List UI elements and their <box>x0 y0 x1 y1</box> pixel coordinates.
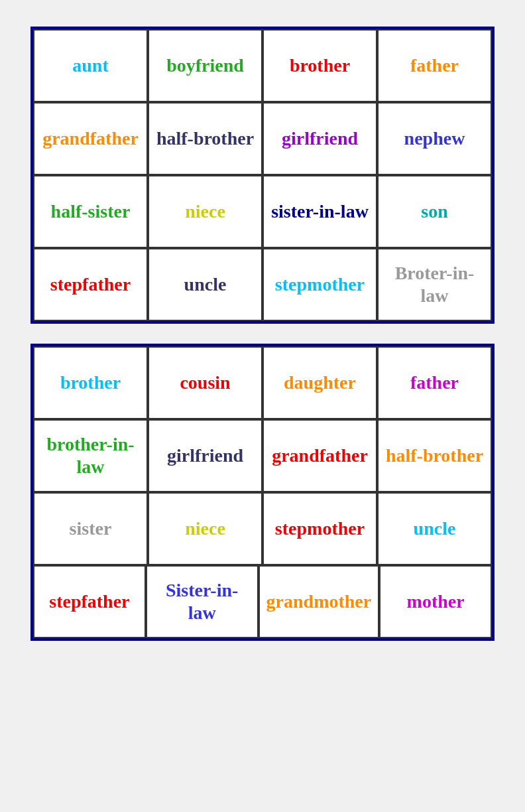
cell-0-0: brother <box>33 346 148 419</box>
cell-3-1: uncle <box>148 248 262 321</box>
row-1: grandfatherhalf-brothergirlfriendnephew <box>33 102 492 175</box>
cell-1-2: girlfriend <box>262 102 377 175</box>
bingo-card-1: auntboyfriendbrotherfathergrandfatherhal… <box>30 27 495 324</box>
cell-3-1: Sister-in-law <box>146 565 259 638</box>
cell-0-2: brother <box>262 29 377 102</box>
cell-1-1: girlfriend <box>148 419 262 492</box>
cell-3-3: mother <box>379 565 492 638</box>
cell-1-0: grandfather <box>33 102 148 175</box>
row-2: sisterniecestepmotheruncle <box>33 492 492 565</box>
cell-2-3: uncle <box>377 492 492 565</box>
cell-0-1: cousin <box>148 346 262 419</box>
row-3: stepfatherunclestepmotherBroter-in-law <box>33 248 492 321</box>
cell-0-1: boyfriend <box>148 29 262 102</box>
cell-1-0: brother-in-law <box>33 419 148 492</box>
cell-3-3: Broter-in-law <box>377 248 492 321</box>
cell-1-3: half-brother <box>377 419 492 492</box>
cell-0-3: father <box>377 29 492 102</box>
cell-3-0: stepfather <box>33 565 146 638</box>
cell-0-3: father <box>377 346 492 419</box>
cell-1-1: half-brother <box>148 102 262 175</box>
cell-2-1: niece <box>148 492 262 565</box>
cell-1-2: grandfather <box>262 419 377 492</box>
row-1: brother-in-lawgirlfriendgrandfatherhalf-… <box>33 419 492 492</box>
cell-2-3: son <box>377 175 492 248</box>
cell-0-0: aunt <box>33 29 148 102</box>
cell-2-0: sister <box>33 492 148 565</box>
row-0: brothercousindaughterfather <box>33 346 492 419</box>
bingo-card-2: brothercousindaughterfatherbrother-in-la… <box>30 344 495 641</box>
cell-0-2: daughter <box>262 346 377 419</box>
row-3: stepfatherSister-in-lawgrandmothermother <box>33 565 492 638</box>
row-2: half-sisterniecesister-in-lawson <box>33 175 492 248</box>
cell-3-2: grandmother <box>259 565 380 638</box>
cell-2-2: stepmother <box>262 492 377 565</box>
cell-3-0: stepfather <box>33 248 148 321</box>
cell-2-0: half-sister <box>33 175 148 248</box>
row-0: auntboyfriendbrotherfather <box>33 29 492 102</box>
cell-3-2: stepmother <box>262 248 377 321</box>
cell-1-3: nephew <box>377 102 492 175</box>
cell-2-1: niece <box>148 175 262 248</box>
cell-2-2: sister-in-law <box>262 175 377 248</box>
